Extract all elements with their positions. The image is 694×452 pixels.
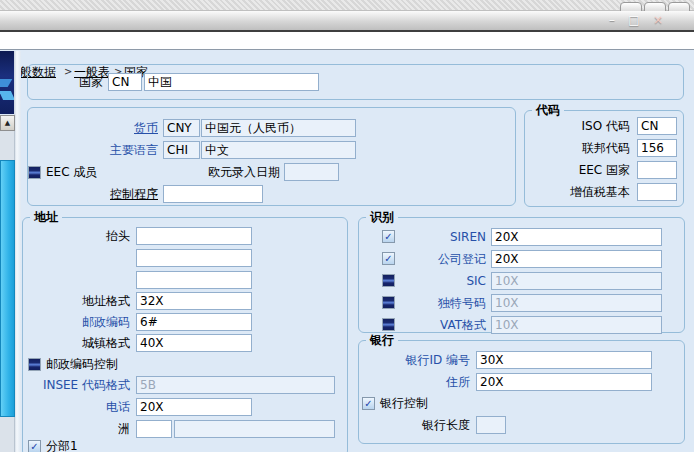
country-label: 国家 — [35, 73, 103, 91]
unique-number-checkbox[interactable] — [382, 296, 395, 309]
address-format-input[interactable] — [136, 292, 252, 310]
bank-id-label: 银行ID 编号 — [358, 351, 470, 369]
insee-format-label: INSEE 代码格式 — [22, 376, 130, 394]
iso-code-label: ISO 代码 — [524, 117, 630, 135]
address-format-label: 地址格式 — [22, 292, 130, 310]
identification-group-title: 识别 — [366, 210, 398, 224]
bank-group-title: 银行 — [366, 333, 398, 347]
language-label: 主要语言 — [40, 141, 158, 159]
window-titlebar — [0, 11, 694, 30]
division1-checkbox[interactable]: ✓ — [28, 440, 41, 452]
address-header-input-2[interactable] — [136, 249, 252, 267]
breadcrumb: 一般数据 > 一般表 > 国家 — [0, 32, 694, 50]
scrollbar-thumb[interactable] — [0, 160, 15, 417]
phone-input[interactable] — [136, 398, 252, 416]
application-window: – □ × 一般数据 > 一般表 > 国家 ▲ 国家 货币 主要语言 EEC 成… — [0, 0, 694, 452]
bank-control-label: 银行控制 — [380, 394, 460, 412]
postcode-control-checkbox[interactable] — [28, 358, 41, 371]
town-format-label: 城镇格式 — [22, 334, 130, 352]
bank-id-input[interactable] — [476, 351, 652, 369]
vat-base-input[interactable] — [637, 183, 677, 201]
currency-label-link[interactable]: 货币 — [40, 119, 158, 137]
state-name-input[interactable] — [174, 420, 335, 438]
eec-member-checkbox[interactable] — [28, 166, 41, 179]
address-header-label: 抬头 — [22, 227, 130, 245]
euro-date-input[interactable] — [284, 163, 339, 181]
minimize-icon[interactable]: – — [604, 12, 620, 28]
siren-input[interactable] — [491, 228, 662, 246]
sidebar-logo-block — [0, 51, 14, 114]
unique-number-label: 独特号码 — [400, 294, 486, 312]
panel-divider — [14, 51, 21, 452]
control-program-label-link[interactable]: 控制程序 — [40, 185, 158, 203]
euro-date-label: 欧元录入日期 — [180, 163, 280, 181]
scroll-up-icon[interactable]: ▲ — [0, 115, 15, 131]
residence-label: 住所 — [358, 373, 470, 391]
vat-base-label: 增值税基本 — [524, 183, 630, 201]
vat-format-input[interactable] — [491, 316, 662, 334]
close-icon[interactable]: × — [650, 12, 666, 28]
federal-code-label: 联邦代码 — [524, 139, 630, 157]
siren-checkbox[interactable]: ✓ — [382, 230, 395, 243]
division1-label: 分部1 — [46, 437, 106, 452]
address-group-title: 地址 — [30, 210, 62, 224]
eec-country-label: EEC 国家 — [524, 161, 630, 179]
postcode-input[interactable] — [136, 313, 252, 331]
residence-input[interactable] — [476, 373, 652, 391]
sidebar-icon — [0, 91, 14, 100]
country-name-input[interactable] — [144, 73, 319, 91]
insee-format-input[interactable] — [136, 376, 335, 394]
eec-member-label: EEC 成员 — [46, 163, 126, 181]
sic-label: SIC — [400, 272, 486, 290]
sic-checkbox[interactable] — [382, 274, 395, 287]
company-registration-input[interactable] — [491, 250, 662, 268]
company-registration-label: 公司登记 — [400, 250, 486, 268]
federal-code-input[interactable] — [637, 139, 677, 157]
eec-country-input[interactable] — [637, 161, 677, 179]
restore-icon[interactable]: □ — [626, 12, 642, 28]
bank-length-input[interactable] — [476, 416, 506, 434]
siren-label: SIREN — [400, 228, 486, 246]
town-format-input[interactable] — [136, 334, 252, 352]
sidebar-icon — [0, 79, 12, 87]
language-name-input[interactable] — [201, 141, 356, 159]
currency-code-input[interactable] — [163, 119, 200, 137]
postcode-label: 邮政编码 — [22, 313, 130, 331]
address-header-input-1[interactable] — [136, 227, 252, 245]
outer-titlebar — [0, 0, 694, 11]
address-header-input-3[interactable] — [136, 271, 252, 289]
unique-number-input[interactable] — [491, 294, 662, 312]
bank-control-checkbox[interactable]: ✓ — [362, 397, 375, 410]
state-code-input[interactable] — [136, 420, 172, 438]
iso-code-input[interactable] — [637, 117, 677, 135]
company-registration-checkbox[interactable]: ✓ — [382, 252, 395, 265]
codes-group-title: 代码 — [532, 103, 564, 117]
currency-name-input[interactable] — [201, 119, 356, 137]
vat-format-checkbox[interactable] — [382, 318, 395, 331]
vat-format-label: VAT格式 — [400, 316, 486, 334]
control-program-input[interactable] — [163, 185, 263, 203]
state-label: 洲 — [22, 420, 130, 438]
sic-input[interactable] — [491, 272, 662, 290]
country-code-input[interactable] — [108, 73, 142, 91]
postcode-control-label: 邮政编码控制 — [46, 355, 156, 373]
bank-length-label: 银行长度 — [358, 416, 470, 434]
language-code-input[interactable] — [163, 141, 200, 159]
phone-label: 电话 — [22, 398, 130, 416]
